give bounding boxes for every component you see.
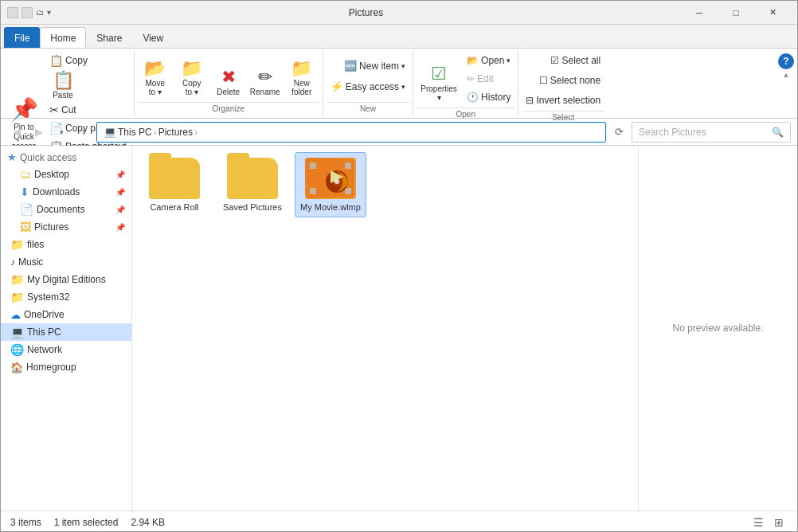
sidebar-item-quick-access[interactable]: ★ Quick access <box>1 149 131 166</box>
ribbon-group-organize: 📂 Moveto ▾ 📁 Copyto ▾ ✖ Delete ✏ Rename … <box>135 50 323 116</box>
up-button[interactable]: ↑ <box>74 123 93 142</box>
sidebar-item-files[interactable]: 📁 files <box>1 236 131 253</box>
quick-access-toolbar: 🗂 ▾ <box>7 7 51 18</box>
tab-share[interactable]: Share <box>86 27 132 48</box>
ribbon-group-clipboard: 📌 Pin to Quick access 📋 Copy 📋 Paste ✂ C… <box>1 50 135 116</box>
svg-rect-3 <box>310 188 316 194</box>
copy-to-button[interactable]: 📁 Copyto ▾ <box>174 53 209 100</box>
edit-button[interactable]: ✏ Edit <box>463 70 514 88</box>
properties-button[interactable]: ☑ Properties ▾ <box>417 58 461 106</box>
rename-label: Rename <box>250 88 280 96</box>
open-buttons: ☑ Properties ▾ 📂 Open ▾ ✏ Edit 🕐 History <box>417 52 514 106</box>
tab-home[interactable]: Home <box>40 27 86 48</box>
svg-rect-2 <box>345 162 351 169</box>
sidebar-item-this-pc[interactable]: 💻 This PC <box>1 323 131 341</box>
ribbon-tabs: File Home Share View <box>1 25 797 49</box>
easy-access-arrow: ▾ <box>401 83 405 91</box>
documents-pin-icon: 📌 <box>115 205 125 214</box>
open-arrow: ▾ <box>507 57 510 65</box>
sidebar-item-music[interactable]: ♪ Music <box>1 253 131 271</box>
refresh-button[interactable]: ⟳ <box>609 123 628 142</box>
back-button[interactable]: ◀ <box>7 123 26 142</box>
sidebar-item-my-digital-editions[interactable]: 📁 My Digital Editions <box>1 271 131 288</box>
open-label: Open <box>481 55 504 66</box>
select-all-button[interactable]: ☑ Select all <box>546 52 604 69</box>
forward-button[interactable]: ▶ <box>29 123 49 142</box>
cut-button[interactable]: ✂ Cut <box>45 101 131 119</box>
sidebar-item-pictures[interactable]: 🖼 Pictures 📌 <box>1 218 131 236</box>
title-bar: 🗂 ▾ Pictures ─ □ ✕ <box>1 1 797 25</box>
easy-access-button[interactable]: ⚡ Easy access ▾ <box>327 78 409 96</box>
ribbon: 📌 Pin to Quick access 📋 Copy 📋 Paste ✂ C… <box>1 49 797 119</box>
ribbon-collapse-icon[interactable]: ▲ <box>778 71 794 79</box>
window-controls: ─ □ ✕ <box>681 1 791 25</box>
file-item-camera-roll[interactable]: Camera Roll <box>139 152 210 217</box>
delete-label: Delete <box>217 88 240 96</box>
sidebar-item-network[interactable]: 🌐 Network <box>1 341 131 358</box>
system32-label: System32 <box>27 291 69 303</box>
copy-button[interactable]: 📋 Copy <box>45 52 131 69</box>
minimize-button[interactable]: ─ <box>681 1 718 25</box>
paste-button[interactable]: 📋 Paste <box>45 70 80 100</box>
tab-view[interactable]: View <box>132 27 174 48</box>
invert-selection-label: Invert selection <box>536 95 600 106</box>
history-button[interactable]: 🕐 History <box>463 88 514 106</box>
new-item-button[interactable]: 🆕 New item ▾ <box>340 57 409 75</box>
search-box[interactable]: Search Pictures 🔍 <box>632 122 791 143</box>
move-to-button[interactable]: 📂 Moveto ▾ <box>138 53 173 100</box>
recent-locations-button[interactable]: ▾ <box>52 123 71 142</box>
new-item-icon: 🆕 <box>344 60 357 72</box>
maximize-button[interactable]: □ <box>718 1 754 25</box>
tab-file[interactable]: File <box>4 27 40 48</box>
copy-to-icon: 📁 <box>181 58 202 79</box>
delete-button[interactable]: ✖ Delete <box>211 53 246 100</box>
close-button[interactable]: ✕ <box>754 1 791 25</box>
rename-icon: ✏ <box>258 67 272 88</box>
details-view-button[interactable]: ☰ <box>749 514 767 531</box>
sidebar-item-downloads[interactable]: ⬇ Downloads 📌 <box>1 183 131 201</box>
selected-info: 1 item selected <box>54 517 119 528</box>
file-area: Camera Roll Saved Pictures <box>132 146 638 510</box>
address-path[interactable]: 💻 This PC › Pictures › <box>96 122 606 143</box>
sidebar-item-system32[interactable]: 📁 System32 <box>1 288 131 306</box>
downloads-pin-icon: 📌 <box>115 188 125 197</box>
file-size: 2.94 KB <box>131 517 165 528</box>
cut-label: Cut <box>61 104 76 115</box>
sidebar-item-documents[interactable]: 📄 Documents 📌 <box>1 201 131 218</box>
file-item-my-movie[interactable]: My Movie.wlmp <box>295 152 366 217</box>
sidebar-item-desktop[interactable]: 🗂 Desktop 📌 <box>1 166 131 183</box>
file-item-saved-pictures[interactable]: Saved Pictures <box>217 152 288 217</box>
network-icon: 🌐 <box>10 343 24 356</box>
path-pictures[interactable]: Pictures <box>158 127 193 138</box>
path-sep2: › <box>194 127 198 138</box>
delete-icon: ✖ <box>221 67 236 88</box>
help-button[interactable]: ? <box>778 53 794 69</box>
saved-pictures-folder-icon <box>227 158 278 199</box>
camera-roll-folder-icon <box>149 158 200 199</box>
files-folder-icon: 📁 <box>10 238 24 251</box>
desktop-pin-icon: 📌 <box>115 170 125 179</box>
select-none-button[interactable]: ☐ Select none <box>535 72 604 89</box>
invert-selection-button[interactable]: ⊟ Invert selection <box>522 92 604 109</box>
path-this-pc[interactable]: This PC <box>118 127 152 138</box>
music-label: Music <box>18 256 43 268</box>
search-icon[interactable]: 🔍 <box>772 127 784 138</box>
sidebar-item-onedrive[interactable]: ☁ OneDrive <box>1 306 131 323</box>
this-pc-icon: 💻 <box>10 326 24 338</box>
new-folder-button[interactable]: 📁 Newfolder <box>284 53 319 100</box>
desktop-label: Desktop <box>34 169 69 180</box>
onedrive-label: OneDrive <box>24 309 65 320</box>
history-label: History <box>481 92 510 103</box>
copy-label: Copy <box>65 55 88 66</box>
quick-access-icon2 <box>22 7 33 18</box>
properties-label: Properties ▾ <box>419 84 459 102</box>
documents-label: Documents <box>37 204 85 215</box>
rename-button[interactable]: ✏ Rename <box>248 53 283 100</box>
organize-buttons: 📂 Moveto ▾ 📁 Copyto ▾ ✖ Delete ✏ Rename … <box>138 52 319 100</box>
sidebar-item-homegroup[interactable]: 🏠 Homegroup <box>1 358 131 376</box>
tiles-view-button[interactable]: ⊞ <box>770 514 788 531</box>
open-button[interactable]: 📂 Open ▾ <box>463 52 514 69</box>
title-bar-folder-icon: 🗂 <box>36 8 44 17</box>
ribbon-group-new: 🆕 New item ▾ ⚡ Easy access ▾ New <box>323 50 413 116</box>
homegroup-icon: 🏠 <box>10 362 23 374</box>
